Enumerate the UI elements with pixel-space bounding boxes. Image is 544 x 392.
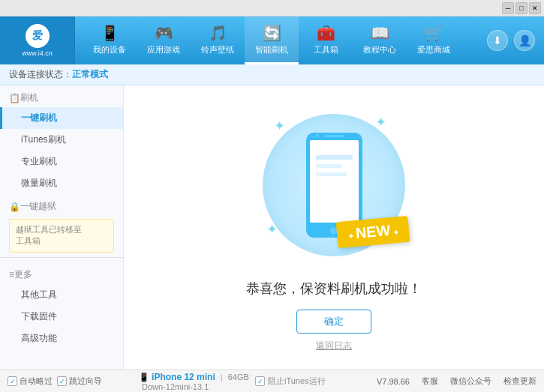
sparkle-2: ✦ <box>375 114 386 130</box>
more-section-label: 更多 <box>14 268 32 281</box>
jailbreak-notice-text: 越狱工具已转移至工具箱 <box>16 225 82 245</box>
nav-tutorial-label: 教程中心 <box>363 44 396 55</box>
nav-apps-games[interactable]: 🎮 应用游戏 <box>137 16 191 64</box>
pro-flash-label: 专业刷机 <box>21 156 57 166</box>
nav-toolbox-icon: 🧰 <box>317 24 335 42</box>
version-text: V7.98.66 <box>377 377 410 386</box>
wechat-link[interactable]: 微信公众号 <box>450 376 491 387</box>
itunes-status-area: ✓ 阻止iTunes运行 <box>255 376 377 387</box>
device-phone-icon: 📱 <box>139 373 152 382</box>
more-section-icon: ≡ <box>9 269 14 280</box>
other-tools-label: 其他工具 <box>21 289 57 300</box>
nav-flash-icon: 🔄 <box>263 24 281 42</box>
nav-store-label: 爱思商城 <box>417 44 450 55</box>
section-jailbreak-header: 🔒 一键越狱 <box>0 194 123 216</box>
sidebar: 📋 刷机 一键刷机 iTunes刷机 专业刷机 微量刷机 🔒 一键越狱 越狱工具… <box>0 85 124 370</box>
minimize-button[interactable]: ─ <box>502 2 514 14</box>
auto-skip-label: 自动略过 <box>20 376 53 387</box>
phone-illustration: ✦ ✦ ✦ NEW <box>251 103 416 268</box>
skip-wizard-check-icon: ✓ <box>57 376 67 386</box>
section-flash-header: 📋 刷机 <box>0 85 123 107</box>
check-update-link[interactable]: 检查更新 <box>503 376 536 387</box>
micro-flash-label: 微量刷机 <box>21 178 57 188</box>
nav-device-label: 我的设备 <box>93 44 126 55</box>
device-capacity: 64GB <box>228 373 249 382</box>
sidebar-micro-flash[interactable]: 微量刷机 <box>0 172 123 194</box>
nav-my-device[interactable]: 📱 我的设备 <box>83 16 137 64</box>
back-link[interactable]: 返回日志 <box>316 340 352 352</box>
close-button[interactable]: ✕ <box>529 2 541 14</box>
main-layout: 📋 刷机 一键刷机 iTunes刷机 专业刷机 微量刷机 🔒 一键越狱 越狱工具… <box>0 85 544 370</box>
itunes-status[interactable]: ✓ 阻止iTunes运行 <box>255 376 377 387</box>
svg-rect-3 <box>316 164 342 168</box>
sidebar-advanced[interactable]: 高级功能 <box>0 328 123 349</box>
nav-ringtones[interactable]: 🎵 铃声壁纸 <box>191 16 245 64</box>
nav-store-icon: 🛒 <box>425 24 443 42</box>
itunes-checkbox: ✓ <box>255 376 265 386</box>
flash-section-label: 刷机 <box>20 91 38 104</box>
advanced-label: 高级功能 <box>21 333 57 343</box>
sparkle-3: ✦ <box>266 221 278 238</box>
sparkle-1: ✦ <box>274 118 285 134</box>
nav-ringtones-icon: 🎵 <box>209 24 227 42</box>
auto-skip-check-icon: ✓ <box>8 376 17 386</box>
sidebar-download-fw[interactable]: 下载固件 <box>0 306 123 328</box>
nav-tutorial-icon: 📖 <box>371 24 389 42</box>
logo-text: www.i4.cn <box>22 49 53 57</box>
user-button[interactable]: 👤 <box>514 30 535 51</box>
nav-store[interactable]: 🛒 爱思商城 <box>407 16 461 64</box>
svg-rect-4 <box>316 172 347 176</box>
nav-right-buttons: ⬇ 👤 <box>487 30 544 51</box>
download-button[interactable]: ⬇ <box>487 30 508 51</box>
auto-skip-checkbox[interactable]: ✓ 自动略过 <box>8 376 53 387</box>
nav-toolbox-label: 工具箱 <box>314 44 338 55</box>
logo-area: 爱 www.i4.cn <box>0 16 75 64</box>
device-version: Down-12mini-13.1 <box>142 382 209 391</box>
sidebar-pro-flash[interactable]: 专业刷机 <box>0 151 123 172</box>
section-more-header: ≡ 更多 <box>0 262 123 284</box>
jailbreak-notice: 越狱工具已转移至工具箱 <box>9 219 114 253</box>
status-bar: 设备连接状态： 正常模式 <box>0 64 544 85</box>
sidebar-one-key-flash[interactable]: 一键刷机 <box>0 107 123 129</box>
nav-items: 📱 我的设备 🎮 应用游戏 🎵 铃声壁纸 🔄 智能刷机 🧰 工具箱 📖 教程中心… <box>75 16 487 64</box>
skip-wizard-checkbox[interactable]: ✓ 跳过向导 <box>57 376 102 387</box>
logo-icon: 爱 <box>26 24 50 48</box>
title-bar: ─ □ ✕ <box>0 0 544 16</box>
status-value: 正常模式 <box>72 68 108 81</box>
success-text: 恭喜您，保资料刷机成功啦！ <box>246 280 422 298</box>
svg-rect-2 <box>316 155 353 160</box>
maximize-button[interactable]: □ <box>515 2 527 14</box>
nav-toolbox[interactable]: 🧰 工具箱 <box>299 16 353 64</box>
svg-rect-6 <box>325 135 344 137</box>
nav-apps-label: 应用游戏 <box>147 44 180 55</box>
nav-tutorial[interactable]: 📖 教程中心 <box>353 16 407 64</box>
device-name: iPhone 12 mini <box>152 372 215 382</box>
jailbreak-section-label: 一键越狱 <box>20 200 56 213</box>
confirm-button[interactable]: 确定 <box>296 310 371 334</box>
sidebar-divider <box>0 257 123 258</box>
device-info: 📱 iPhone 12 mini | 64GB Down-12mini-13.1 <box>131 372 255 391</box>
top-nav: 爱 www.i4.cn 📱 我的设备 🎮 应用游戏 🎵 铃声壁纸 🔄 智能刷机 … <box>0 16 544 64</box>
bottom-left: ✓ 自动略过 ✓ 跳过向导 <box>8 376 131 387</box>
svg-point-7 <box>316 134 319 137</box>
one-key-flash-label: 一键刷机 <box>21 112 57 123</box>
nav-device-icon: 📱 <box>101 24 119 42</box>
flash-section-icon: 📋 <box>9 93 20 103</box>
nav-flash-label: 智能刷机 <box>255 44 288 55</box>
nav-ringtones-label: 铃声壁纸 <box>201 44 234 55</box>
new-badge: NEW <box>335 216 410 248</box>
download-fw-label: 下载固件 <box>21 311 57 322</box>
sidebar-other-tools[interactable]: 其他工具 <box>0 284 123 306</box>
bottom-bar: ✓ 自动略过 ✓ 跳过向导 📱 iPhone 12 mini | 64GB Do… <box>0 370 544 392</box>
itunes-status-text: 阻止iTunes运行 <box>268 376 326 387</box>
customer-service-link[interactable]: 客服 <box>422 376 438 387</box>
nav-smart-flash[interactable]: 🔄 智能刷机 <box>245 16 299 64</box>
content-area: ✦ ✦ ✦ NEW 恭喜您，保资料刷机成功啦！ <box>124 85 544 370</box>
nav-apps-icon: 🎮 <box>155 24 173 42</box>
skip-wizard-label: 跳过向导 <box>69 376 102 387</box>
itunes-flash-label: iTunes刷机 <box>21 134 66 145</box>
bottom-right: V7.98.66 客服 微信公众号 检查更新 <box>377 376 536 387</box>
jailbreak-section-icon: 🔒 <box>9 202 20 212</box>
status-label: 设备连接状态： <box>9 68 72 81</box>
sidebar-itunes-flash[interactable]: iTunes刷机 <box>0 129 123 151</box>
